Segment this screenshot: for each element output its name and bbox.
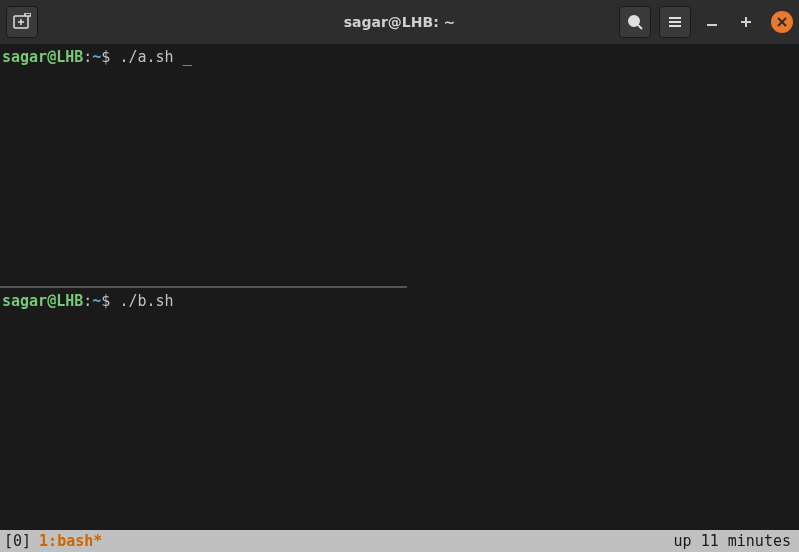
window-title: sagar@LHB: ~ [344,14,456,30]
prompt-path: ~ [92,292,101,312]
cursor: _ [183,48,192,68]
terminal-pane-top[interactable]: sagar@LHB:~$ ./a.sh _ [0,44,799,286]
search-icon [627,14,643,30]
svg-point-7 [629,16,639,26]
close-icon [777,17,787,27]
prompt-path: ~ [92,48,101,68]
titlebar: sagar@LHB: ~ [0,0,799,44]
command-text: ./a.sh [119,48,182,68]
maximize-button[interactable] [737,13,755,31]
titlebar-left [6,6,38,38]
terminal-pane-bottom[interactable]: sagar@LHB:~$ ./b.sh [0,288,799,530]
prompt-colon: : [83,292,92,312]
prompt-dollar: $ [101,48,119,68]
prompt-user-host: sagar@LHB [2,292,83,312]
search-button[interactable] [619,6,651,38]
prompt-line: sagar@LHB:~$ ./a.sh _ [2,48,797,68]
status-session: [0] [4,532,31,550]
prompt-dollar: $ [101,292,119,312]
hamburger-icon [667,14,683,30]
plus-icon [740,16,752,28]
minimize-button[interactable] [703,13,721,31]
minimize-icon [706,16,718,28]
titlebar-right [619,6,793,38]
command-text: ./b.sh [119,292,173,312]
new-tab-button[interactable] [6,6,38,38]
menu-button[interactable] [659,6,691,38]
prompt-line: sagar@LHB:~$ ./b.sh [2,292,797,312]
status-window: 1:bash* [39,532,102,550]
svg-line-8 [638,25,642,29]
terminal-area: sagar@LHB:~$ ./a.sh _ sagar@LHB:~$ ./b.s… [0,44,799,530]
prompt-colon: : [83,48,92,68]
close-button[interactable] [771,11,793,33]
tmux-statusbar: [0] 1:bash* up 11 minutes [0,530,799,552]
new-tab-icon [13,13,31,31]
prompt-user-host: sagar@LHB [2,48,83,68]
status-uptime: up 11 minutes [674,532,791,550]
